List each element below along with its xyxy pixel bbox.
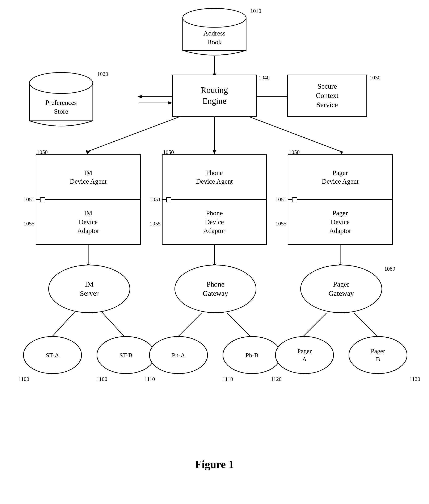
ref-1055-pager: 1055 bbox=[275, 221, 286, 227]
st-b-node: ST-B bbox=[96, 336, 155, 374]
svg-marker-11 bbox=[213, 150, 216, 154]
im-adaptor-label: IMDeviceAdaptor bbox=[77, 209, 99, 235]
ref-1051-pager: 1051 bbox=[275, 197, 286, 203]
ref-1120-pa: 1120 bbox=[271, 376, 282, 382]
svg-line-24 bbox=[303, 313, 326, 336]
phone-agent-connector bbox=[166, 197, 171, 202]
im-server-node: IMServer bbox=[48, 265, 130, 313]
pager-agent-section: PagerDevice Agent bbox=[288, 155, 392, 200]
pager-agent-connector bbox=[292, 197, 297, 202]
routing-engine-label: RoutingEngine bbox=[201, 85, 228, 107]
ph-b-label: Ph-B bbox=[245, 351, 258, 359]
ref-1010: 1010 bbox=[250, 8, 261, 14]
pager-gateway-label: PagerGateway bbox=[329, 280, 354, 298]
ph-a-node: Ph-A bbox=[149, 336, 208, 374]
ref-1110-pha: 1110 bbox=[144, 376, 155, 382]
svg-line-12 bbox=[246, 116, 340, 151]
preferences-store-node: PreferencesStore bbox=[27, 69, 95, 128]
ref-1040: 1040 bbox=[259, 75, 270, 81]
svg-point-29 bbox=[29, 72, 93, 93]
ref-1120-pb: 1120 bbox=[410, 376, 420, 382]
im-agent-section: IMDevice Agent bbox=[36, 155, 140, 200]
st-b-label: ST-B bbox=[120, 351, 132, 359]
ref-1110-phb: 1110 bbox=[223, 376, 233, 382]
phone-split-box: PhoneDevice Agent PhoneDeviceAdaptor bbox=[162, 154, 267, 245]
im-server-label: IMServer bbox=[80, 280, 99, 298]
im-agent-label: IMDevice Agent bbox=[70, 169, 106, 186]
routing-engine-node: RoutingEngine bbox=[172, 75, 257, 117]
ref-1055-im: 1055 bbox=[24, 221, 35, 227]
secure-context-node: SecureContextService bbox=[287, 75, 367, 117]
svg-line-8 bbox=[88, 116, 183, 151]
svg-line-23 bbox=[227, 313, 250, 336]
pager-adaptor-section: PagerDeviceAdaptor bbox=[288, 200, 392, 244]
phone-agent-label: PhoneDevice Agent bbox=[196, 169, 233, 186]
svg-marker-9 bbox=[86, 150, 90, 154]
pager-gateway-node: PagerGateway bbox=[300, 265, 382, 313]
figure-caption: Figure 1 bbox=[0, 458, 429, 471]
phone-adaptor-label: PhoneDeviceAdaptor bbox=[203, 209, 226, 235]
ref-1100-stb: 1100 bbox=[96, 376, 107, 382]
ref-1050-im: 1050 bbox=[37, 149, 48, 155]
pager-agent-label: PagerDevice Agent bbox=[322, 169, 359, 186]
im-agent-connector bbox=[40, 197, 45, 202]
ref-1050-pager: 1050 bbox=[289, 149, 300, 155]
ref-1020: 1020 bbox=[97, 71, 108, 77]
pager-a-node: PagerA bbox=[275, 336, 334, 374]
st-a-label: ST-A bbox=[46, 351, 59, 359]
address-book-label: AddressBook bbox=[203, 29, 226, 46]
ref-1050-phone: 1050 bbox=[163, 149, 174, 155]
svg-marker-3 bbox=[138, 95, 142, 98]
svg-line-20 bbox=[53, 311, 76, 336]
secure-context-label: SecureContextService bbox=[316, 82, 339, 110]
pager-adaptor-label: PagerDeviceAdaptor bbox=[329, 209, 351, 235]
svg-point-27 bbox=[183, 9, 246, 27]
pager-split-box: PagerDevice Agent PagerDeviceAdaptor bbox=[288, 154, 393, 245]
ref-1100-sta: 1100 bbox=[18, 376, 29, 382]
ref-1051-phone: 1051 bbox=[150, 197, 161, 203]
address-book-node: AddressBook bbox=[181, 6, 248, 57]
diagram: AddressBook 1010 PreferencesStore 1020 R… bbox=[0, 0, 429, 483]
st-a-node: ST-A bbox=[23, 336, 82, 374]
phone-gateway-label: PhoneGateway bbox=[203, 280, 228, 298]
ph-a-label: Ph-A bbox=[172, 351, 185, 359]
phone-agent-section: PhoneDevice Agent bbox=[163, 155, 266, 200]
svg-marker-13 bbox=[339, 150, 343, 154]
ref-1055-phone: 1055 bbox=[150, 221, 161, 227]
pager-b-node: PagerB bbox=[349, 336, 407, 374]
ref-1080: 1080 bbox=[384, 266, 395, 272]
ref-1051-im: 1051 bbox=[24, 197, 35, 203]
phone-adaptor-section: PhoneDeviceAdaptor bbox=[163, 200, 266, 244]
pager-b-label: PagerB bbox=[371, 347, 385, 363]
phone-gateway-node: PhoneGateway bbox=[175, 265, 256, 313]
svg-line-21 bbox=[101, 311, 124, 336]
ph-b-node: Ph-B bbox=[223, 336, 281, 374]
ref-1030: 1030 bbox=[370, 75, 380, 81]
pager-a-label: PagerA bbox=[297, 347, 312, 363]
svg-line-25 bbox=[354, 313, 377, 336]
im-adaptor-section: IMDeviceAdaptor bbox=[36, 200, 140, 244]
svg-line-22 bbox=[178, 313, 201, 336]
im-split-box: IMDevice Agent IMDeviceAdaptor bbox=[36, 154, 141, 245]
preferences-store-label: PreferencesStore bbox=[45, 98, 77, 116]
svg-marker-5 bbox=[168, 101, 172, 105]
